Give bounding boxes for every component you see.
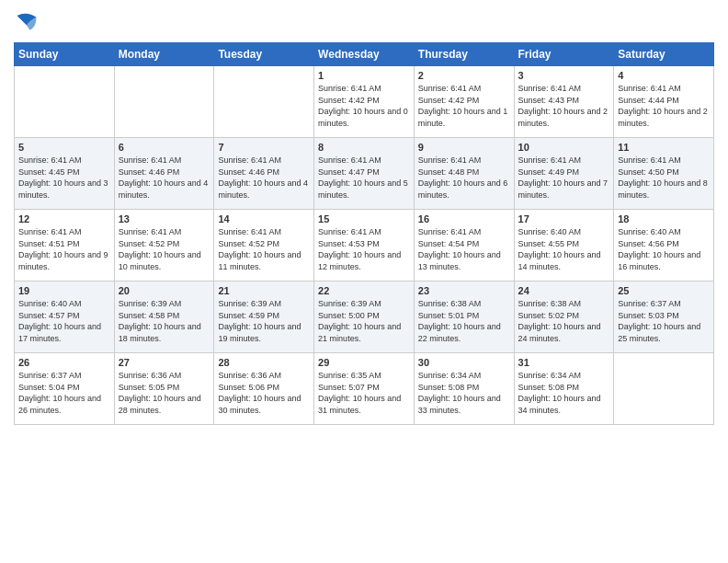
day-number: 28 <box>218 357 310 368</box>
calendar-day-cell: 7Sunrise: 6:41 AMSunset: 4:46 PMDaylight… <box>214 138 314 210</box>
weekday-header: Saturday <box>614 43 714 66</box>
day-info: Sunrise: 6:37 AMSunset: 5:03 PMDaylight:… <box>618 298 710 344</box>
day-info: Sunrise: 6:36 AMSunset: 5:06 PMDaylight:… <box>218 370 310 416</box>
day-info: Sunrise: 6:41 AMSunset: 4:53 PMDaylight:… <box>318 226 410 272</box>
calendar-day-cell: 15Sunrise: 6:41 AMSunset: 4:53 PMDayligh… <box>314 210 415 282</box>
calendar-day-cell: 21Sunrise: 6:39 AMSunset: 4:59 PMDayligh… <box>214 282 314 353</box>
calendar-day-cell: 6Sunrise: 6:41 AMSunset: 4:46 PMDaylight… <box>114 138 214 210</box>
day-number: 19 <box>18 285 110 296</box>
calendar-day-cell: 28Sunrise: 6:36 AMSunset: 5:06 PMDayligh… <box>214 353 314 425</box>
calendar-day-cell: 18Sunrise: 6:40 AMSunset: 4:56 PMDayligh… <box>614 210 714 282</box>
weekday-header: Tuesday <box>214 43 314 66</box>
calendar-day-cell: 30Sunrise: 6:34 AMSunset: 5:08 PMDayligh… <box>414 353 514 425</box>
weekday-header: Monday <box>114 43 214 66</box>
calendar-day-cell: 31Sunrise: 6:34 AMSunset: 5:08 PMDayligh… <box>514 353 614 425</box>
calendar-day-cell <box>614 353 714 425</box>
calendar-day-cell: 3Sunrise: 6:41 AMSunset: 4:43 PMDaylight… <box>514 66 614 138</box>
day-info: Sunrise: 6:41 AMSunset: 4:48 PMDaylight:… <box>418 155 510 201</box>
calendar-day-cell <box>15 66 115 138</box>
calendar-day-cell: 9Sunrise: 6:41 AMSunset: 4:48 PMDaylight… <box>414 138 514 210</box>
day-info: Sunrise: 6:39 AMSunset: 5:00 PMDaylight:… <box>318 298 410 344</box>
day-number: 26 <box>18 357 110 368</box>
weekday-header: Thursday <box>414 43 514 66</box>
calendar-week-row: 26Sunrise: 6:37 AMSunset: 5:04 PMDayligh… <box>15 353 714 425</box>
day-info: Sunrise: 6:38 AMSunset: 5:02 PMDaylight:… <box>518 298 610 344</box>
day-info: Sunrise: 6:41 AMSunset: 4:47 PMDaylight:… <box>318 155 410 201</box>
day-number: 18 <box>618 213 710 224</box>
weekday-header: Sunday <box>15 43 115 66</box>
calendar-day-cell: 8Sunrise: 6:41 AMSunset: 4:47 PMDaylight… <box>314 138 415 210</box>
day-info: Sunrise: 6:37 AMSunset: 5:04 PMDaylight:… <box>18 370 110 416</box>
day-number: 15 <box>318 213 410 224</box>
calendar-day-cell: 17Sunrise: 6:40 AMSunset: 4:55 PMDayligh… <box>514 210 614 282</box>
day-info: Sunrise: 6:41 AMSunset: 4:51 PMDaylight:… <box>18 226 110 272</box>
calendar-day-cell: 14Sunrise: 6:41 AMSunset: 4:52 PMDayligh… <box>214 210 314 282</box>
calendar-day-cell: 4Sunrise: 6:41 AMSunset: 4:44 PMDaylight… <box>614 66 714 138</box>
calendar-container: SundayMondayTuesdayWednesdayThursdayFrid… <box>0 0 728 434</box>
calendar-day-cell: 24Sunrise: 6:38 AMSunset: 5:02 PMDayligh… <box>514 282 614 353</box>
calendar-day-cell: 23Sunrise: 6:38 AMSunset: 5:01 PMDayligh… <box>414 282 514 353</box>
day-number: 14 <box>218 213 310 224</box>
day-info: Sunrise: 6:36 AMSunset: 5:05 PMDaylight:… <box>119 370 210 416</box>
day-info: Sunrise: 6:38 AMSunset: 5:01 PMDaylight:… <box>418 298 510 344</box>
day-info: Sunrise: 6:41 AMSunset: 4:52 PMDaylight:… <box>218 226 310 272</box>
day-number: 13 <box>119 213 210 224</box>
calendar-day-cell: 19Sunrise: 6:40 AMSunset: 4:57 PMDayligh… <box>15 282 115 353</box>
day-number: 24 <box>518 285 610 296</box>
day-info: Sunrise: 6:40 AMSunset: 4:57 PMDaylight:… <box>18 298 110 344</box>
day-info: Sunrise: 6:41 AMSunset: 4:42 PMDaylight:… <box>318 83 410 129</box>
day-number: 21 <box>218 285 310 296</box>
calendar-week-row: 19Sunrise: 6:40 AMSunset: 4:57 PMDayligh… <box>15 282 714 353</box>
day-number: 3 <box>518 70 610 81</box>
day-number: 11 <box>618 142 710 153</box>
day-number: 31 <box>518 357 610 368</box>
day-number: 2 <box>418 70 510 81</box>
calendar-day-cell: 10Sunrise: 6:41 AMSunset: 4:49 PMDayligh… <box>514 138 614 210</box>
day-number: 12 <box>18 213 110 224</box>
day-number: 17 <box>518 213 610 224</box>
logo <box>14 9 43 35</box>
calendar-day-cell: 11Sunrise: 6:41 AMSunset: 4:50 PMDayligh… <box>614 138 714 210</box>
day-info: Sunrise: 6:41 AMSunset: 4:46 PMDaylight:… <box>119 155 210 201</box>
calendar-day-cell: 29Sunrise: 6:35 AMSunset: 5:07 PMDayligh… <box>314 353 415 425</box>
calendar-day-cell: 12Sunrise: 6:41 AMSunset: 4:51 PMDayligh… <box>15 210 115 282</box>
calendar-day-cell: 13Sunrise: 6:41 AMSunset: 4:52 PMDayligh… <box>114 210 214 282</box>
calendar-day-cell: 25Sunrise: 6:37 AMSunset: 5:03 PMDayligh… <box>614 282 714 353</box>
day-info: Sunrise: 6:40 AMSunset: 4:56 PMDaylight:… <box>618 226 710 272</box>
day-info: Sunrise: 6:41 AMSunset: 4:54 PMDaylight:… <box>418 226 510 272</box>
day-info: Sunrise: 6:41 AMSunset: 4:46 PMDaylight:… <box>218 155 310 201</box>
day-number: 4 <box>618 70 710 81</box>
calendar-day-cell: 2Sunrise: 6:41 AMSunset: 4:42 PMDaylight… <box>414 66 514 138</box>
calendar-week-row: 5Sunrise: 6:41 AMSunset: 4:45 PMDaylight… <box>15 138 714 210</box>
day-number: 10 <box>518 142 610 153</box>
day-info: Sunrise: 6:41 AMSunset: 4:52 PMDaylight:… <box>119 226 210 272</box>
day-number: 27 <box>119 357 210 368</box>
day-info: Sunrise: 6:34 AMSunset: 5:08 PMDaylight:… <box>418 370 510 416</box>
day-number: 9 <box>418 142 510 153</box>
day-info: Sunrise: 6:40 AMSunset: 4:55 PMDaylight:… <box>518 226 610 272</box>
day-info: Sunrise: 6:39 AMSunset: 4:58 PMDaylight:… <box>119 298 210 344</box>
day-number: 16 <box>418 213 510 224</box>
day-number: 22 <box>318 285 410 296</box>
weekday-header: Wednesday <box>314 43 415 66</box>
calendar-day-cell <box>214 66 314 138</box>
weekday-header: Friday <box>514 43 614 66</box>
day-info: Sunrise: 6:41 AMSunset: 4:44 PMDaylight:… <box>618 83 710 129</box>
day-info: Sunrise: 6:41 AMSunset: 4:42 PMDaylight:… <box>418 83 510 129</box>
weekday-header-row: SundayMondayTuesdayWednesdayThursdayFrid… <box>15 43 714 66</box>
day-info: Sunrise: 6:41 AMSunset: 4:43 PMDaylight:… <box>518 83 610 129</box>
calendar-day-cell: 26Sunrise: 6:37 AMSunset: 5:04 PMDayligh… <box>15 353 115 425</box>
calendar-week-row: 1Sunrise: 6:41 AMSunset: 4:42 PMDaylight… <box>15 66 714 138</box>
calendar-day-cell: 5Sunrise: 6:41 AMSunset: 4:45 PMDaylight… <box>15 138 115 210</box>
day-number: 25 <box>618 285 710 296</box>
day-number: 23 <box>418 285 510 296</box>
calendar-day-cell: 22Sunrise: 6:39 AMSunset: 5:00 PMDayligh… <box>314 282 415 353</box>
calendar-body: 1Sunrise: 6:41 AMSunset: 4:42 PMDaylight… <box>15 66 714 425</box>
day-number: 29 <box>318 357 410 368</box>
calendar-table: SundayMondayTuesdayWednesdayThursdayFrid… <box>14 42 714 425</box>
calendar-day-cell <box>114 66 214 138</box>
day-info: Sunrise: 6:39 AMSunset: 4:59 PMDaylight:… <box>218 298 310 344</box>
calendar-day-cell: 16Sunrise: 6:41 AMSunset: 4:54 PMDayligh… <box>414 210 514 282</box>
day-number: 6 <box>119 142 210 153</box>
logo-icon <box>14 9 40 35</box>
